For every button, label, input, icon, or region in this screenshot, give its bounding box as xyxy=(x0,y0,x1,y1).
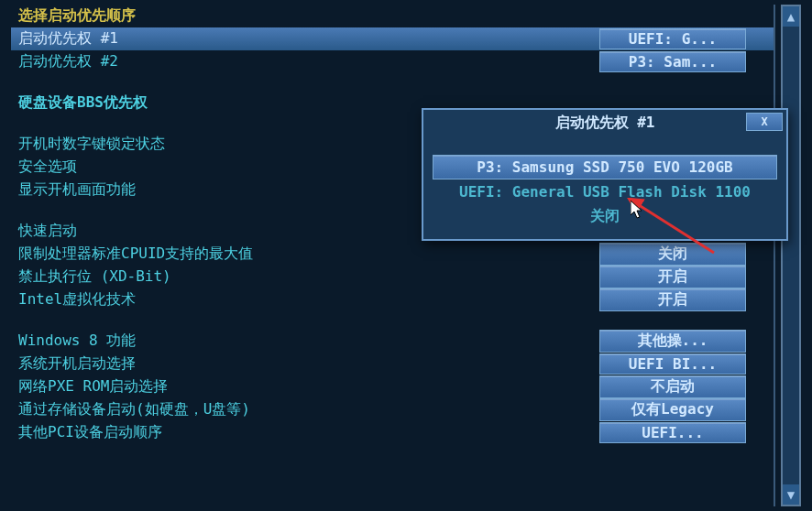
popup-option-disable[interactable]: 关闭 xyxy=(433,204,777,229)
setting-win8-row[interactable]: Windows 8 功能 其他操... xyxy=(11,330,774,353)
scroll-up-icon[interactable]: ▲ xyxy=(783,6,799,27)
popup-option-uefi-usb[interactable]: UEFI: General USB Flash Disk 1100 xyxy=(433,180,777,203)
setting-bootselect-value[interactable]: UEFI BI... xyxy=(599,353,746,375)
setting-xdbit-value[interactable]: 开启 xyxy=(599,266,746,288)
setting-otherpci-value[interactable]: UEFI... xyxy=(599,422,746,443)
popup-close-button[interactable]: X xyxy=(746,113,783,131)
setting-vt-row[interactable]: Intel虚拟化技术 开启 xyxy=(11,288,774,311)
setting-cpuid-row[interactable]: 限制处理器标准CPUID支持的最大值 关闭 xyxy=(11,243,774,266)
boot-priority-2-value[interactable]: P3: Sam... xyxy=(599,51,746,72)
setting-pxe-row[interactable]: 网络PXE ROM启动选择 不启动 xyxy=(11,375,774,398)
section-header: 选择启动优先顺序 xyxy=(11,5,774,27)
setting-vt-value[interactable]: 开启 xyxy=(599,288,746,311)
setting-pxe-value[interactable]: 不启动 xyxy=(599,375,746,398)
boot-priority-1-row[interactable]: 启动优先权 #1 UEFI: G... xyxy=(11,27,774,50)
setting-bootselect-row[interactable]: 系统开机启动选择 UEFI BI... xyxy=(11,353,774,375)
setting-storage-value[interactable]: 仅有Legacy xyxy=(599,398,746,421)
setting-win8-value[interactable]: 其他操... xyxy=(599,330,746,353)
setting-cpuid-value[interactable]: 关闭 xyxy=(599,243,746,266)
popup-option-samsung[interactable]: P3: Samsung SSD 750 EVO 120GB xyxy=(433,155,777,179)
boot-priority-popup: 启动优先权 #1 X P3: Samsung SSD 750 EVO 120GB… xyxy=(422,108,788,241)
popup-title: 启动优先权 #1 xyxy=(555,114,655,133)
boot-priority-1-value[interactable]: UEFI: G... xyxy=(599,28,746,49)
setting-xdbit-row[interactable]: 禁止执行位 (XD-Bit) 开启 xyxy=(11,266,774,288)
setting-storage-row[interactable]: 通过存储设备启动(如硬盘，U盘等) 仅有Legacy xyxy=(11,398,774,421)
scroll-down-icon[interactable]: ▼ xyxy=(783,484,799,505)
boot-priority-2-row[interactable]: 启动优先权 #2 P3: Sam... xyxy=(11,50,774,73)
setting-otherpci-row[interactable]: 其他PCI设备启动顺序 UEFI... xyxy=(11,421,774,444)
scrollbar[interactable]: ▲ ▼ xyxy=(781,5,801,506)
